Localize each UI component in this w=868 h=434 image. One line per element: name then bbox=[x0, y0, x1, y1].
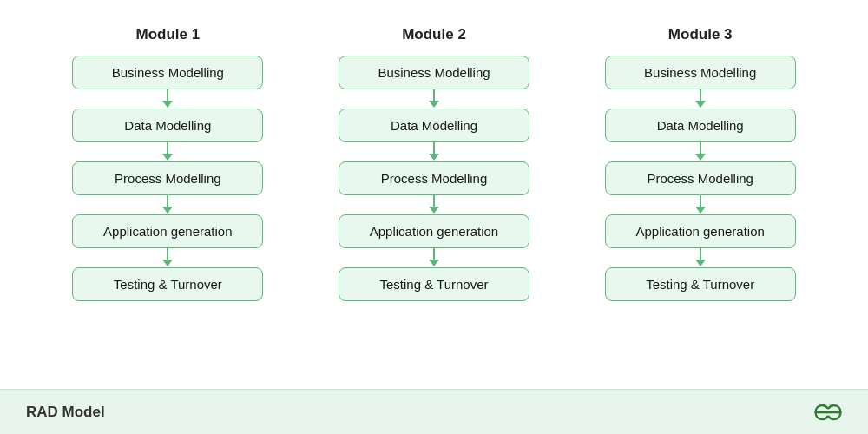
main-content: Module 1Business Modelling Data Modellin… bbox=[0, 0, 868, 389]
flow-box-m3-s4: Application generation bbox=[605, 214, 796, 248]
geeksforgeeks-icon bbox=[814, 398, 842, 426]
flow-box-m2-s4: Application generation bbox=[339, 214, 529, 248]
flow-box-m2-s3: Process Modelling bbox=[339, 161, 529, 195]
module-col-3: Module 3Business Modelling Data Modellin… bbox=[567, 26, 833, 301]
arrow-m3-s2 bbox=[605, 142, 796, 161]
flow-box-m3-s1: Business Modelling bbox=[605, 56, 796, 89]
arrow-m3-s4 bbox=[605, 248, 796, 267]
svg-marker-1 bbox=[162, 101, 173, 108]
flow-box-m2-s1: Business Modelling bbox=[339, 56, 529, 89]
module-col-1: Module 1Business Modelling Data Modellin… bbox=[35, 26, 301, 301]
svg-marker-23 bbox=[695, 260, 706, 266]
arrow-m1-s1 bbox=[72, 89, 263, 108]
module-title-3: Module 3 bbox=[668, 26, 733, 43]
svg-marker-9 bbox=[429, 101, 439, 108]
flow-box-m1-s2: Data Modelling bbox=[72, 108, 263, 142]
flow-box-m2-s2: Data Modelling bbox=[339, 108, 529, 142]
flow-box-m3-s2: Data Modelling bbox=[605, 108, 796, 142]
arrow-m2-s4 bbox=[339, 248, 529, 267]
footer-title: RAD Model bbox=[26, 404, 105, 421]
svg-marker-7 bbox=[162, 260, 173, 266]
module-col-2: Module 2Business Modelling Data Modellin… bbox=[301, 26, 568, 301]
arrow-m3-s3 bbox=[605, 195, 796, 214]
svg-marker-21 bbox=[695, 207, 706, 214]
svg-marker-11 bbox=[429, 154, 439, 161]
arrow-m3-s1 bbox=[605, 89, 796, 108]
arrow-m1-s4 bbox=[72, 248, 263, 267]
svg-marker-15 bbox=[429, 260, 439, 266]
svg-marker-17 bbox=[695, 101, 706, 108]
footer: RAD Model bbox=[0, 389, 868, 434]
svg-marker-19 bbox=[695, 154, 706, 161]
flow-box-m1-s1: Business Modelling bbox=[72, 56, 263, 89]
svg-marker-3 bbox=[162, 154, 173, 161]
footer-logo bbox=[814, 398, 842, 426]
arrow-m1-s2 bbox=[72, 142, 263, 161]
flow-box-m3-s3: Process Modelling bbox=[605, 161, 796, 195]
svg-marker-13 bbox=[429, 207, 439, 214]
arrow-m2-s3 bbox=[339, 195, 529, 214]
module-title-1: Module 1 bbox=[136, 26, 201, 43]
arrow-m2-s1 bbox=[339, 89, 529, 108]
arrow-m1-s3 bbox=[72, 195, 263, 214]
arrow-m2-s2 bbox=[339, 142, 529, 161]
flow-box-m3-s5: Testing & Turnover bbox=[605, 267, 796, 301]
flow-box-m1-s3: Process Modelling bbox=[72, 161, 263, 195]
flow-box-m2-s5: Testing & Turnover bbox=[339, 267, 529, 301]
flow-box-m1-s5: Testing & Turnover bbox=[72, 267, 263, 301]
svg-marker-5 bbox=[162, 207, 173, 214]
flow-box-m1-s4: Application generation bbox=[72, 214, 263, 248]
module-title-2: Module 2 bbox=[402, 26, 466, 43]
